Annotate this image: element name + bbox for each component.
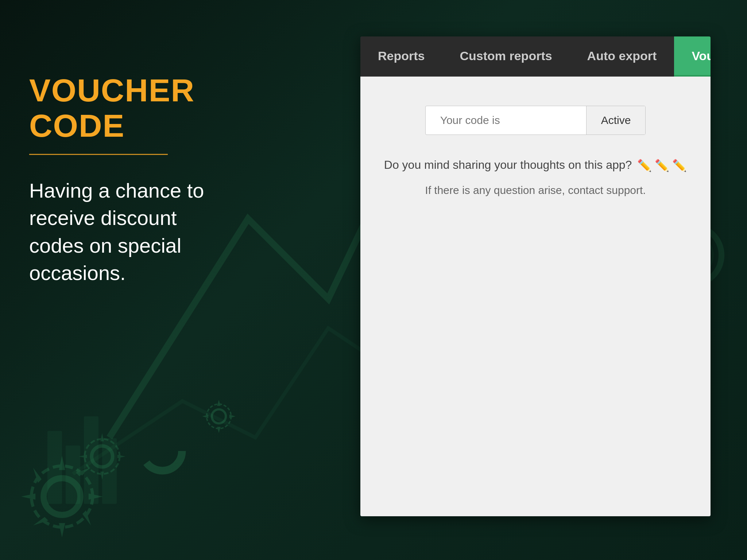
edit-icon-2: ✏️: [655, 158, 669, 174]
voucher-input-row: Active: [425, 106, 646, 135]
page-description: Having a chance to receive discount code…: [29, 177, 219, 287]
support-text: If there is any question arise, contact …: [425, 184, 646, 197]
voucher-content: Active Do you mind sharing your thoughts…: [360, 77, 711, 516]
left-panel: VOUCHER CODE Having a chance to receive …: [0, 0, 248, 560]
edit-icon-3: ✏️: [672, 158, 687, 174]
tab-auto-export[interactable]: Auto export: [570, 36, 674, 77]
tab-reports[interactable]: Reports: [360, 36, 442, 77]
title-divider: [29, 154, 168, 155]
voucher-code-input[interactable]: [426, 106, 586, 135]
tab-bar: Reports Custom reports Auto export Vouch…: [360, 36, 711, 77]
edit-icons: ✏️ ✏️ ✏️: [637, 158, 687, 174]
active-button[interactable]: Active: [586, 106, 646, 135]
tab-voucher[interactable]: Voucher: [674, 36, 711, 77]
feedback-question-text: Do you mind sharing your thoughts on thi…: [384, 157, 687, 174]
edit-icon-1: ✏️: [637, 158, 652, 174]
main-panel: Reports Custom reports Auto export Vouch…: [360, 36, 711, 516]
page-title: VOUCHER CODE: [29, 73, 219, 144]
tab-custom-reports[interactable]: Custom reports: [442, 36, 569, 77]
